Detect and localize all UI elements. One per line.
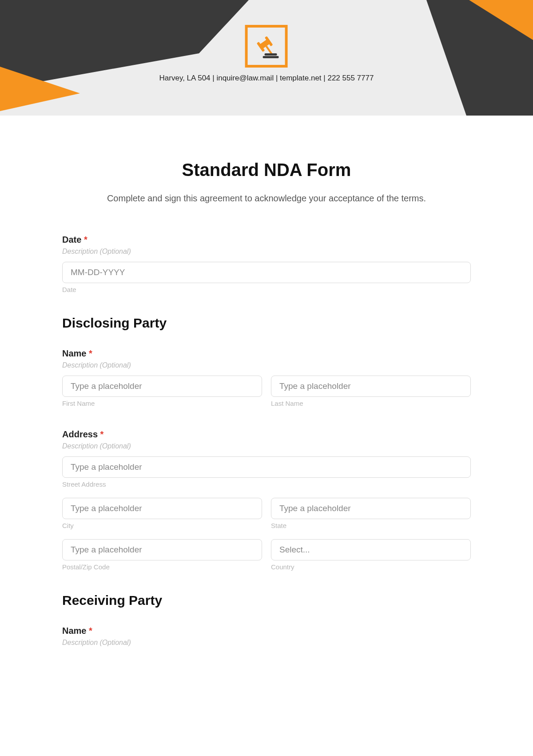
- state-sublabel: State: [271, 522, 471, 529]
- street-address-sublabel: Street Address: [62, 480, 471, 488]
- required-asterisk: *: [89, 348, 92, 358]
- date-sublabel: Date: [62, 286, 471, 293]
- disclosing-last-name-input[interactable]: [271, 376, 471, 397]
- required-asterisk: *: [100, 429, 104, 439]
- disclosing-name-block: Name * Description (Optional) First Name…: [62, 348, 471, 407]
- required-asterisk: *: [84, 235, 88, 244]
- date-input[interactable]: [62, 262, 471, 283]
- logo-frame: [245, 25, 288, 68]
- last-name-sublabel: Last Name: [271, 400, 471, 407]
- form-body: Standard NDA Form Complete and sign this…: [0, 116, 533, 687]
- page-subtitle: Complete and sign this agreement to ackn…: [62, 193, 471, 204]
- country-sublabel: Country: [271, 563, 471, 571]
- receiving-name-description: Description (Optional): [62, 639, 471, 647]
- logo-block: Harvey, LA 504 | inquire@law.mail | temp…: [159, 25, 374, 83]
- receiving-name-block: Name * Description (Optional): [62, 626, 471, 647]
- date-description: Description (Optional): [62, 248, 471, 256]
- first-name-sublabel: First Name: [62, 400, 262, 407]
- disclosing-first-name-input[interactable]: [62, 376, 262, 397]
- svg-rect-5: [263, 56, 279, 58]
- disclosing-address-label-text: Address: [62, 429, 98, 439]
- country-select[interactable]: [271, 539, 471, 560]
- page-title: Standard NDA Form: [62, 160, 471, 180]
- contact-line: Harvey, LA 504 | inquire@law.mail | temp…: [159, 74, 374, 83]
- disclosing-address-block: Address * Description (Optional) Street …: [62, 429, 471, 571]
- disclosing-name-label: Name *: [62, 348, 471, 359]
- street-address-input[interactable]: [62, 456, 471, 478]
- disclosing-address-label: Address *: [62, 429, 471, 440]
- city-input[interactable]: [62, 498, 262, 519]
- svg-rect-4: [265, 53, 277, 56]
- gavel-icon: [252, 32, 281, 60]
- date-label-text: Date: [62, 235, 81, 244]
- city-sublabel: City: [62, 522, 262, 529]
- postal-code-input[interactable]: [62, 539, 262, 560]
- date-label: Date *: [62, 235, 471, 245]
- receiving-party-heading: Receiving Party: [62, 593, 471, 608]
- required-asterisk: *: [89, 626, 92, 636]
- state-input[interactable]: [271, 498, 471, 519]
- receiving-name-label: Name *: [62, 626, 471, 636]
- date-field-block: Date * Description (Optional) Date: [62, 235, 471, 293]
- disclosing-address-description: Description (Optional): [62, 442, 471, 450]
- letterhead-header: Harvey, LA 504 | inquire@law.mail | temp…: [0, 0, 533, 116]
- receiving-name-label-text: Name: [62, 626, 86, 636]
- disclosing-party-heading: Disclosing Party: [62, 316, 471, 331]
- disclosing-name-description: Description (Optional): [62, 361, 471, 369]
- postal-code-sublabel: Postal/Zip Code: [62, 563, 262, 571]
- disclosing-name-label-text: Name: [62, 348, 86, 358]
